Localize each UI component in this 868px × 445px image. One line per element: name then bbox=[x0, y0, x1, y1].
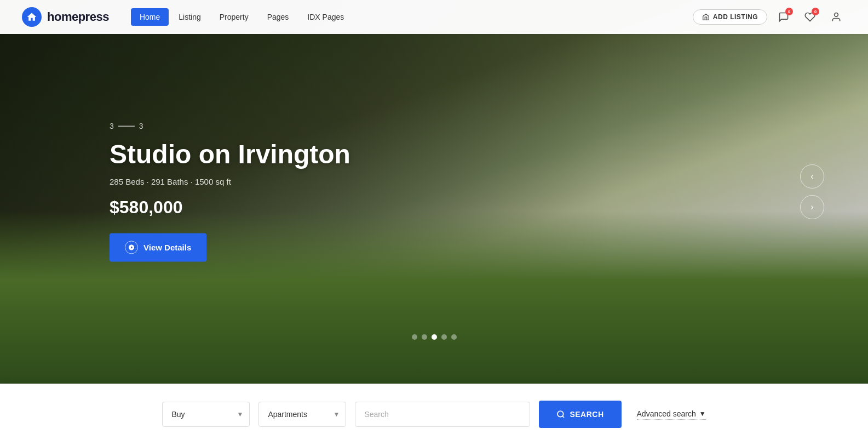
advanced-search-label: Advanced search bbox=[637, 409, 696, 418]
add-listing-button[interactable]: ADD LISTING bbox=[693, 9, 767, 25]
slide-num-right: 3 bbox=[139, 122, 143, 130]
nav-item-pages[interactable]: Pages bbox=[258, 8, 298, 26]
search-input[interactable] bbox=[355, 402, 530, 427]
home-logo-icon bbox=[26, 12, 37, 22]
dot-4[interactable] bbox=[441, 334, 447, 340]
navbar: homepress Home Listing Property Pages ID… bbox=[0, 0, 868, 34]
search-input-wrap bbox=[355, 402, 530, 427]
dot-3[interactable] bbox=[432, 334, 437, 340]
search-button[interactable]: SEARCH bbox=[539, 401, 621, 428]
hero-meta: 285 Beds · 291 Baths · 1500 sq ft bbox=[110, 178, 350, 187]
nav-right: ADD LISTING 0 0 bbox=[693, 7, 846, 27]
hero-section: 3 3 Studio on Irvington 285 Beds · 291 B… bbox=[0, 0, 868, 384]
buy-select[interactable]: Buy Rent Sell bbox=[162, 402, 250, 427]
svg-point-0 bbox=[835, 13, 838, 17]
dot-2[interactable] bbox=[422, 334, 427, 340]
slide-num-left: 3 bbox=[110, 122, 114, 130]
slider-dots bbox=[412, 334, 457, 340]
wishlist-badge: 0 bbox=[812, 8, 819, 15]
slider-prev-button[interactable]: ‹ bbox=[800, 164, 824, 189]
hero-title: Studio on Irvington bbox=[110, 139, 350, 169]
nav-links: Home Listing Property Pages IDX Pages bbox=[131, 8, 693, 26]
nav-item-home[interactable]: Home bbox=[131, 8, 169, 26]
property-type-select-wrap: Apartments House Studio Villa Commercial… bbox=[258, 402, 346, 427]
view-details-button[interactable]: View Details bbox=[110, 233, 206, 262]
home-add-icon bbox=[702, 13, 710, 21]
nav-item-listing[interactable]: Listing bbox=[170, 8, 209, 26]
wishlist-button[interactable]: 0 bbox=[800, 7, 820, 27]
slider-next-button[interactable]: › bbox=[800, 195, 824, 219]
view-details-icon bbox=[125, 241, 138, 254]
user-profile-button[interactable] bbox=[826, 7, 846, 27]
nav-item-idx-pages[interactable]: IDX Pages bbox=[298, 8, 353, 26]
hero-price: $580,000 bbox=[110, 198, 350, 218]
view-details-label: View Details bbox=[143, 243, 191, 252]
search-bar: Buy Rent Sell ▼ Apartments House Studio … bbox=[0, 384, 868, 445]
dot-1[interactable] bbox=[412, 334, 417, 340]
brand-name: homepress bbox=[47, 10, 109, 24]
logo-icon bbox=[22, 7, 42, 27]
search-icon bbox=[556, 410, 565, 419]
advanced-search-chevron-icon: ▼ bbox=[699, 410, 706, 418]
svg-point-1 bbox=[557, 411, 564, 417]
messages-badge: 0 bbox=[785, 8, 793, 15]
hero-content: 3 3 Studio on Irvington 285 Beds · 291 B… bbox=[110, 122, 350, 261]
slide-line bbox=[118, 126, 135, 127]
property-type-select[interactable]: Apartments House Studio Villa Commercial bbox=[258, 402, 346, 427]
messages-button[interactable]: 0 bbox=[774, 7, 794, 27]
nav-item-property[interactable]: Property bbox=[211, 8, 257, 26]
buy-select-wrap: Buy Rent Sell ▼ bbox=[162, 402, 250, 427]
advanced-search-button[interactable]: Advanced search ▼ bbox=[637, 409, 706, 420]
logo[interactable]: homepress bbox=[22, 7, 109, 27]
slide-indicators: 3 3 bbox=[110, 122, 350, 130]
circle-arrow-icon bbox=[128, 244, 135, 251]
search-inner: Buy Rent Sell ▼ Apartments House Studio … bbox=[162, 401, 705, 428]
search-button-label: SEARCH bbox=[570, 410, 603, 419]
user-icon bbox=[831, 12, 842, 22]
dot-5[interactable] bbox=[451, 334, 457, 340]
